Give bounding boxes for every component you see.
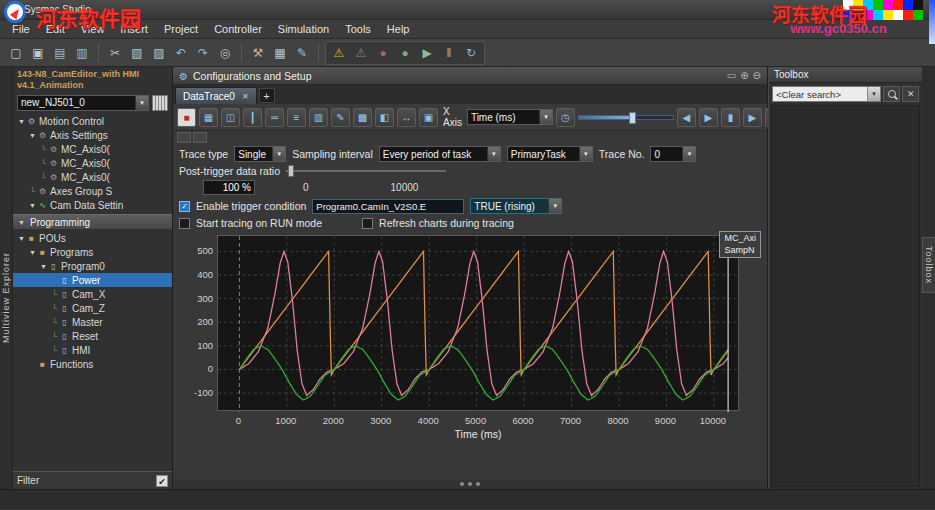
fit-width-button[interactable]: ↔ (397, 108, 416, 127)
horizontal-cursor-button[interactable]: ═ (265, 108, 284, 127)
pager-dot[interactable] (468, 482, 472, 486)
pen-button[interactable]: ✎ (331, 108, 350, 127)
chevron-down-icon[interactable]: ▼ (17, 235, 26, 242)
task-dropdown[interactable]: PrimaryTask (507, 146, 593, 162)
trace-no-dropdown[interactable]: 0 (650, 146, 696, 162)
add-series-button[interactable] (177, 132, 191, 143)
chart-layout-single-button[interactable]: ◫ (221, 108, 240, 127)
slider-handle-icon[interactable] (288, 165, 294, 177)
vertical-cursor-button[interactable]: ┃ (243, 108, 262, 127)
undo-icon[interactable]: ↶ (171, 43, 191, 63)
ok-icon[interactable]: ● (395, 43, 415, 63)
chevron-down-icon[interactable]: ▼ (28, 132, 37, 139)
sync-icon[interactable]: ↻ (461, 43, 481, 63)
menu-insert[interactable]: Insert (112, 21, 156, 37)
trace-type-dropdown[interactable]: Single (234, 146, 286, 162)
tab-datatrace0[interactable]: DataTrace0 (175, 87, 257, 104)
tree-item-power[interactable]: ▯Power (13, 273, 172, 287)
chevron-down-icon[interactable]: ▼ (17, 118, 26, 125)
multiview-explorer-strip[interactable]: Multiview Explorer (0, 67, 13, 489)
trigger-condition-dropdown[interactable]: TRUE (rising) (470, 198, 562, 214)
error-icon[interactable]: ● (373, 43, 393, 63)
refresh-charts-checkbox[interactable] (362, 218, 373, 229)
tree-item-axis-settings[interactable]: ▼⚙Axis Settings (13, 129, 172, 143)
chart-layout-grid-button[interactable]: ▦ (199, 108, 218, 127)
open-project-icon[interactable]: ▣ (28, 43, 48, 63)
warning-dim-icon[interactable]: ⚠ (351, 43, 371, 63)
pause-icon[interactable]: ‖ (439, 43, 459, 63)
snapshot-button[interactable]: ▣ (419, 108, 438, 127)
close-icon[interactable] (242, 92, 249, 101)
time-range-button[interactable]: ◷ (556, 108, 575, 127)
toolbox-side-tab[interactable]: Toolbox (922, 237, 935, 293)
tree-item-master[interactable]: └▯Master (13, 315, 172, 329)
tree-item-hmi[interactable]: └▯HMI (13, 343, 172, 357)
zoom-out-icon[interactable]: ⊖ (753, 70, 761, 81)
record-button[interactable]: ■ (177, 108, 196, 127)
device-dropdown[interactable]: new_NJ501_0 (17, 95, 149, 111)
menu-project[interactable]: Project (156, 21, 206, 37)
save-all-icon[interactable]: ▥ (72, 43, 92, 63)
toolbox-search-dropdown[interactable]: <Clear search> (772, 86, 881, 102)
x-axis-dropdown[interactable]: Time (ms) (467, 109, 553, 125)
play-button[interactable]: ▶ (743, 108, 762, 127)
pager-dot[interactable] (476, 482, 480, 486)
split-view-button[interactable]: ◧ (375, 108, 394, 127)
tree-item-mc-axis0-[interactable]: └⚙MC_Axis0( (13, 171, 172, 185)
tree-item-cam-z[interactable]: └▯Cam_Z (13, 301, 172, 315)
search-icon[interactable] (883, 86, 900, 102)
menu-simulation[interactable]: Simulation (270, 21, 337, 37)
chevron-down-icon[interactable]: ▼ (28, 249, 37, 256)
tree-item-cam-x[interactable]: └▯Cam_X (13, 287, 172, 301)
tree-item-pous[interactable]: ▼■POUs (13, 231, 172, 245)
tree-item-motion-control[interactable]: ▼⚙Motion Control (13, 115, 172, 129)
trace-chart[interactable]: MC_Axi SampN 5004003002001000-1000100020… (179, 231, 761, 479)
chevron-down-icon[interactable]: ▼ (28, 202, 37, 209)
pause-button[interactable]: ▮ (721, 108, 740, 127)
run-icon[interactable]: ▶ (417, 43, 437, 63)
step-back-button[interactable]: ◀ (677, 108, 696, 127)
monitor-icon[interactable]: ▦ (270, 43, 290, 63)
menu-help[interactable]: Help (379, 21, 418, 37)
pager-dot[interactable] (460, 482, 464, 486)
menu-controller[interactable]: Controller (206, 21, 270, 37)
add-tab-button[interactable] (259, 88, 275, 103)
run-mode-checkbox[interactable] (179, 218, 190, 229)
tree-item-axes-group-s[interactable]: └⚙Axes Group S (13, 185, 172, 199)
remove-series-button[interactable] (193, 132, 207, 143)
legend-button[interactable]: ≡ (287, 108, 306, 127)
tree-item-mc-axis0-[interactable]: └⚙MC_Axis0( (13, 143, 172, 157)
menu-edit[interactable]: Edit (38, 21, 73, 37)
programming-section-header[interactable]: ▼ Programming (13, 214, 172, 229)
build-icon[interactable]: ⚒ (248, 43, 268, 63)
menu-file[interactable]: File (4, 21, 38, 37)
new-project-icon[interactable]: ▢ (6, 43, 26, 63)
save-icon[interactable]: ▤ (50, 43, 70, 63)
tree-item-cam-data-settin[interactable]: ▼∿Cam Data Settin (13, 199, 172, 213)
zoom-in-icon[interactable]: ⊕ (740, 70, 748, 81)
copy-icon[interactable]: ▧ (127, 43, 147, 63)
table-view-button[interactable]: ▥ (309, 108, 328, 127)
chevron-down-icon[interactable]: ▼ (39, 263, 48, 270)
search-icon[interactable]: ◎ (215, 43, 235, 63)
post-trigger-value-field[interactable]: 100 % (203, 180, 255, 195)
paste-icon[interactable]: ▨ (149, 43, 169, 63)
cut-icon[interactable]: ✂ (105, 43, 125, 63)
redo-icon[interactable]: ↷ (193, 43, 213, 63)
slider-handle-icon[interactable] (629, 112, 636, 124)
post-trigger-slider[interactable] (286, 166, 446, 176)
tree-item-program0[interactable]: ▼▯Program0 (13, 259, 172, 273)
menu-view[interactable]: View (73, 21, 113, 37)
filter-checkbox[interactable] (156, 475, 168, 487)
enable-trigger-checkbox[interactable] (179, 201, 190, 212)
warning-icon[interactable]: ⚠ (329, 43, 349, 63)
chart-pager[interactable] (173, 479, 767, 489)
time-zoom-slider[interactable] (578, 115, 674, 120)
chart-plot-area[interactable] (217, 235, 739, 411)
menu-tools[interactable]: Tools (337, 21, 379, 37)
sampling-interval-dropdown[interactable]: Every period of task (379, 146, 501, 162)
tree-item-programs[interactable]: ▼■Programs (13, 245, 172, 259)
edit-mode-icon[interactable]: ✎ (292, 43, 312, 63)
play-back-button[interactable]: ▶ (699, 108, 718, 127)
overlay-view-button[interactable]: ▩ (353, 108, 372, 127)
